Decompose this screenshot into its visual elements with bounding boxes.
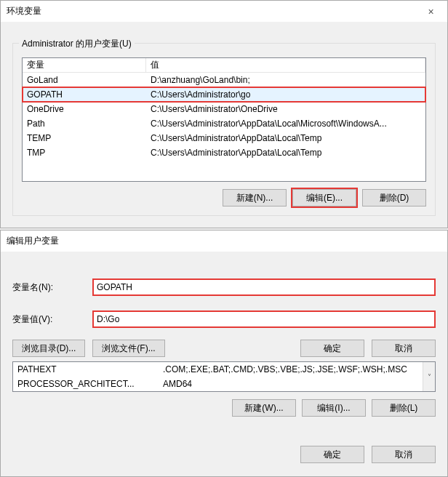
cancel-button[interactable]: 取消 [372,340,436,357]
cell-var: PATHEXT [13,364,159,374]
dialog-title: 编辑用户变量 [7,235,59,247]
edit-var-dialog: 编辑用户变量 变量名(N): 变量值(V): 浏览目录(D)... 浏览文件(F… [0,230,448,477]
titlebar[interactable]: 环境变量 × [1,1,447,23]
browse-dir-button[interactable]: 浏览目录(D)... [12,340,85,357]
cell-val: C:\Users\Administrator\OneDrive [146,104,425,114]
cell-val: C:\Users\Administrator\AppData\Local\Mic… [146,119,425,129]
cell-var: GoLand [23,75,146,85]
titlebar[interactable]: 编辑用户变量 [1,231,447,252]
table-footer [22,160,426,182]
cell-var: GOPATH [23,89,146,100]
ok-button[interactable]: 确定 [300,446,364,463]
dialog-bottom-buttons: 确定 取消 [12,446,436,463]
browse-file-button[interactable]: 浏览文件(F)... [92,340,165,357]
cell-var: TEMP [23,133,146,143]
group-title: Administrator 的用户变量(U) [19,38,135,50]
user-vars-table[interactable]: 变量 值 GoLand D:\anzhuang\GoLand\bin; GOPA… [22,57,426,160]
scrollbar-down-icon[interactable]: ˅ [423,362,435,391]
edit-button[interactable]: 编辑(I)... [302,399,366,417]
dialog-body: Administrator 的用户变量(U) 变量 值 GoLand D:\an… [1,23,447,228]
cell-val: D:\anzhuang\GoLand\bin; [146,75,425,85]
cell-var: PROCESSOR_ARCHITECT... [13,379,159,389]
table-row[interactable]: GoLand D:\anzhuang\GoLand\bin; [23,73,425,87]
cancel-button[interactable]: 取消 [372,446,436,463]
new-button[interactable]: 新建(W)... [232,399,296,417]
cell-val: C:\Users\Administrator\AppData\Local\Tem… [146,148,425,158]
delete-button[interactable]: 删除(D) [362,189,426,207]
table-row[interactable]: PATHEXT .COM;.EXE;.BAT;.CMD;.VBS;.VBE;.J… [13,362,423,377]
cell-var: OneDrive [23,104,146,114]
dialog-title: 环境变量 [7,5,41,17]
system-vars-rows: PATHEXT .COM;.EXE;.BAT;.CMD;.VBS;.VBE;.J… [13,362,423,391]
table-row[interactable]: Path C:\Users\Administrator\AppData\Loca… [23,116,425,131]
system-vars-buttons: 新建(W)... 编辑(I)... 删除(L) [12,399,436,417]
cell-val: AMD64 [159,379,423,389]
table-row-selected[interactable]: GOPATH C:\Users\Administrator\go [23,87,425,102]
delete-button[interactable]: 删除(L) [372,399,436,417]
table-header: 变量 值 [23,58,425,73]
dialog-body: 变量名(N): 变量值(V): 浏览目录(D)... 浏览文件(F)... 确定… [1,252,447,476]
var-value-input[interactable] [92,310,436,328]
var-name-label: 变量名(N): [12,281,92,294]
env-vars-dialog: 环境变量 × Administrator 的用户变量(U) 变量 值 GoLan… [0,0,448,228]
table-row[interactable]: PROCESSOR_ARCHITECT... AMD64 [13,377,423,391]
close-icon[interactable] [415,231,447,252]
header-var: 变量 [23,58,146,72]
system-vars-table[interactable]: PATHEXT .COM;.EXE;.BAT;.CMD;.VBS;.VBE;.J… [12,361,436,392]
header-val: 值 [146,58,425,72]
var-value-row: 变量值(V): [12,310,436,328]
new-button[interactable]: 新建(N)... [223,189,287,207]
edit-dialog-buttons: 浏览目录(D)... 浏览文件(F)... 确定 取消 [12,340,436,357]
close-icon[interactable]: × [415,1,447,23]
var-name-input[interactable] [92,278,436,296]
cell-val: .COM;.EXE;.BAT;.CMD;.VBS;.VBE;.JS;.JSE;.… [159,364,423,374]
edit-button[interactable]: 编辑(E)... [292,189,356,207]
ok-button[interactable]: 确定 [300,340,364,357]
cell-val: C:\Users\Administrator\go [146,89,425,100]
cell-val: C:\Users\Administrator\AppData\Local\Tem… [146,133,425,143]
var-name-row: 变量名(N): [12,278,436,296]
spacer [172,340,293,357]
table-row[interactable]: TMP C:\Users\Administrator\AppData\Local… [23,145,425,160]
user-vars-buttons: 新建(N)... 编辑(E)... 删除(D) [22,189,426,207]
cell-var: Path [23,119,146,129]
cell-var: TMP [23,148,146,158]
table-row[interactable]: OneDrive C:\Users\Administrator\OneDrive [23,102,425,116]
table-row[interactable]: TEMP C:\Users\Administrator\AppData\Loca… [23,131,425,145]
var-value-label: 变量值(V): [12,313,92,326]
user-vars-group: Administrator 的用户变量(U) 变量 值 GoLand D:\an… [12,43,436,216]
